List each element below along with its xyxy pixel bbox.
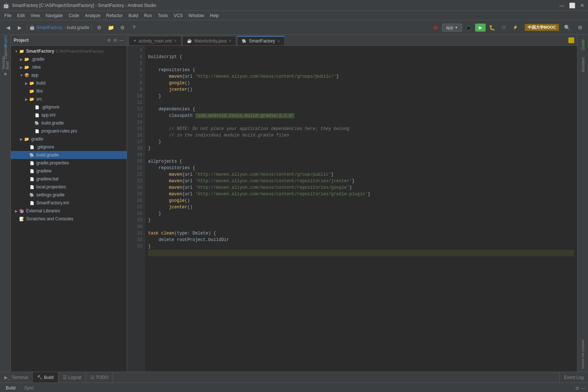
tab-mainactivity[interactable]: ☕ MainActivity.java ✕ [182,36,236,45]
tree-item-smartfactory-iml[interactable]: 📄 SmartFactory.iml [11,199,127,207]
menu-edit[interactable]: Edit [14,12,28,19]
tree-item-gitignore-app[interactable]: 📄 .gitignore [11,103,127,111]
panel-sync-icon[interactable]: ⚙ [107,38,111,43]
tab-close-activity-main[interactable]: ✕ [174,39,177,43]
tab-activity-main[interactable]: ✦ activity_main.xml ✕ [128,36,181,45]
menu-vcs[interactable]: VCS [171,12,186,19]
tree-label-build-gradle-root: build.gradle [36,152,59,158]
tree-item-src-dir[interactable]: ▶ 📂 src [11,95,127,103]
menu-build[interactable]: Build [126,12,141,19]
tree-item-smartfactory[interactable]: ▼ 📁 SmartFactory C:\ASProject\SmartFacto… [11,47,127,55]
logcat-tab[interactable]: ☰ Logcat [58,372,86,383]
build-dir-icon: 📂 [29,80,35,86]
tree-arrow-gradle2: ▶ [19,137,24,141]
panel-gear-icon[interactable]: ⚙ [113,38,117,43]
tab-label-activity-main: activity_main.xml [139,38,172,44]
tree-item-local-props[interactable]: 📄 local.properties [11,183,127,191]
close-button[interactable]: ✕ [579,3,585,8]
project-root-icon: 📁 [19,48,25,54]
terminal-icon: ▶_ [4,375,10,380]
menu-tools[interactable]: Tools [155,12,171,19]
debug-toolbar-button[interactable]: 🐞 [430,23,441,33]
tree-item-gradlew-bat[interactable]: 📄 gradlew.bat [11,175,127,183]
menu-help[interactable]: Help [207,12,222,19]
idea-dir-icon: 📂 [24,64,30,70]
search-everywhere-button[interactable]: 🔍 [562,23,572,33]
debug-run-button[interactable]: 🐛 [487,23,497,33]
menu-window[interactable]: Window [185,12,207,19]
tree-item-build-dir[interactable]: ▶ 📂 build [11,79,127,87]
menu-analyze[interactable]: Analyze [82,12,103,19]
tab-smartfactory[interactable]: 🐘 SmartFactory ✕ [237,36,285,45]
build-variants-button[interactable]: Build Variants [1,58,10,68]
menu-navigate[interactable]: Navigate [43,12,66,19]
panel-hide-icon[interactable]: — [119,38,124,43]
unsaved-indicator [568,37,574,43]
tree-label-smartfactory: SmartFactory [26,49,54,54]
build-tab[interactable]: 🔨 Build [33,372,58,383]
tree-item-build-gradle-root[interactable]: 🐘 build.gradle [11,151,127,159]
panel-minimize-icon[interactable]: — [581,386,585,391]
menu-run[interactable]: Run [141,12,155,19]
bottom-tool-tabs-bar: ▶_ Terminal 🔨 Build ☰ Logcat ☑ TODO Even… [0,372,588,383]
breadcrumb-file[interactable]: build.gradle [67,25,89,30]
device-selector[interactable]: 📱 [464,23,474,33]
sync-button[interactable]: ⚙ [94,23,104,33]
gradle-panel-button[interactable]: Gradle [578,36,588,53]
maximize-button[interactable]: ⬜ [569,3,575,8]
menu-refactor[interactable]: Refactor [103,12,126,19]
device-explorer-button[interactable]: Device File Explorer [578,336,588,372]
tree-item-gitignore-root[interactable]: 📄 .gitignore [11,143,127,151]
app-config-selector[interactable]: app ▼ [442,24,462,32]
tree-item-gradlew[interactable]: 📄 gradlew [11,167,127,175]
project-structure-button[interactable]: 📁 [106,23,116,33]
tree-item-settings-gradle[interactable]: 🐘 settings.gradle [11,191,127,199]
menubar: File Edit View Navigate Code Analyze Ref… [0,11,588,20]
toolbar-separator-1 [27,24,27,31]
terminal-tab[interactable]: ▶_ Terminal [0,372,33,383]
menu-code[interactable]: Code [66,12,82,19]
tab-close-mainactivity[interactable]: ✕ [229,39,232,43]
minimize-button[interactable]: — [559,3,565,8]
settings-gear-button[interactable]: ⚙ [575,23,585,33]
tree-arrow-src: ▶ [24,97,29,101]
assistant-panel-button[interactable]: Assistant [578,54,588,75]
code-content[interactable]: buildscript { repositories { maven{url '… [145,46,577,372]
settings-gradle-icon: 🐘 [29,192,35,198]
menu-view[interactable]: View [28,12,43,19]
bottom-panel: Build Sync ⚙ — ▼ ✓ Build: completed succ… [0,383,588,392]
build-subtab[interactable]: Build [3,384,19,392]
panel-settings-icon[interactable]: ⚙ [575,386,579,391]
breadcrumb-project[interactable]: SmartFactory [36,25,62,30]
settings-button[interactable]: ⚙ [117,23,127,33]
back-button[interactable]: ◀ [3,23,13,33]
tab-close-smartfactory[interactable]: ✕ [277,39,280,43]
tree-item-app-iml[interactable]: 📄 app.iml [11,111,127,119]
tree-item-build-gradle-app[interactable]: 🐘 build.gradle [11,119,127,127]
tree-label-app-iml: app.iml [41,113,56,118]
tree-item-proguard[interactable]: 📄 proguard-rules.pro [11,127,127,135]
tree-item-gradle-props[interactable]: 📄 gradle.properties [11,159,127,167]
capture-button[interactable]: Captures [1,47,10,57]
tree-label-gradlew: gradlew [36,168,52,173]
tree-item-gradle-dir2[interactable]: ▶ 📂 gradle [11,135,127,143]
forward-button[interactable]: ▶ [15,23,25,33]
coverage-button[interactable]: 🛡 [499,23,509,33]
favorites-button[interactable]: ★ [1,69,10,78]
tree-item-scratches[interactable]: ▶ 📝 Scratches and Consoles [11,215,127,223]
tree-item-gradle-dir[interactable]: ▶ 📂 .gradle [11,55,127,63]
event-log-tab[interactable]: Event Log [559,372,588,383]
menu-file[interactable]: File [1,12,14,19]
profile-button[interactable]: ⚡ [510,23,520,33]
tree-item-external-libs[interactable]: ▶ 📚 External Libraries [11,207,127,215]
tree-item-libs-dir[interactable]: ▶ 📂 libs [11,87,127,95]
todo-tab[interactable]: ☑ TODO [86,372,113,383]
tree-item-idea-dir[interactable]: ▶ 📂 .idea [11,63,127,71]
tree-item-app-dir[interactable]: ▼ 📦 app [11,71,127,79]
tree-label-gitignore-app: .gitignore [41,105,59,110]
tree-label-app-dir: app [31,73,38,78]
tree-label-libs-dir: libs [36,89,43,94]
help-toolbar-button[interactable]: ? [129,23,139,33]
run-button[interactable]: ▶ [475,24,486,32]
sync-subtab[interactable]: Sync [21,384,37,392]
